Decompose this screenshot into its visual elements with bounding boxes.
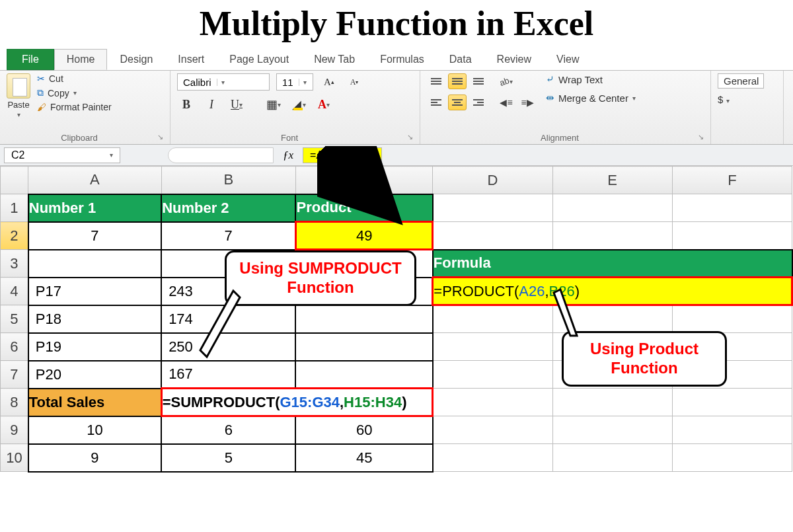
cell-c9[interactable]: 60 bbox=[295, 416, 432, 444]
row-header-8[interactable]: 8 bbox=[1, 389, 28, 416]
tab-data[interactable]: Data bbox=[437, 49, 484, 70]
row-header-10[interactable]: 10 bbox=[1, 444, 28, 472]
font-name-dropdown-icon[interactable]: ▾ bbox=[217, 79, 229, 86]
align-center-button[interactable] bbox=[448, 95, 467, 110]
col-header-e[interactable]: E bbox=[552, 167, 672, 194]
currency-button[interactable]: $ ▾ bbox=[718, 94, 730, 105]
cell-e2[interactable] bbox=[552, 222, 672, 250]
tab-file[interactable]: File bbox=[7, 49, 54, 70]
merge-center-button[interactable]: ⇹Merge & Center▾ bbox=[546, 92, 636, 104]
row-header-3[interactable]: 3 bbox=[1, 250, 28, 278]
cell-d8[interactable] bbox=[433, 389, 552, 416]
cell-d10[interactable] bbox=[433, 444, 552, 472]
col-header-f[interactable]: F bbox=[672, 167, 792, 194]
copy-button[interactable]: ⧉Copy▾ bbox=[37, 87, 112, 98]
underline-button[interactable]: U▾ bbox=[227, 96, 246, 113]
cell-a7[interactable]: P20 bbox=[28, 361, 161, 389]
cell-f8[interactable] bbox=[672, 389, 792, 416]
tab-formulas[interactable]: Formulas bbox=[367, 49, 437, 70]
tab-insert[interactable]: Insert bbox=[165, 49, 217, 70]
cell-d6[interactable] bbox=[433, 333, 552, 361]
row-header-1[interactable]: 1 bbox=[1, 194, 28, 222]
fill-color-button[interactable]: ◢▾ bbox=[289, 96, 308, 113]
tab-review[interactable]: Review bbox=[484, 49, 544, 70]
align-top-button[interactable] bbox=[427, 73, 445, 89]
cell-c10[interactable]: 45 bbox=[295, 444, 432, 472]
font-size-dropdown-icon[interactable]: ▾ bbox=[299, 79, 311, 86]
cell-a8[interactable]: Total Sales bbox=[28, 389, 161, 416]
row-header-9[interactable]: 9 bbox=[1, 416, 28, 444]
increase-indent-button[interactable]: ≡▶ bbox=[518, 95, 537, 110]
underline-dropdown-icon[interactable]: ▾ bbox=[239, 101, 243, 108]
cell-sumproduct-formula[interactable]: =SUMPRODUCT(G15:G34,H15:H34) bbox=[161, 389, 433, 416]
borders-button[interactable]: ▦▾ bbox=[264, 96, 283, 113]
font-size-combo[interactable]: 11▾ bbox=[276, 73, 313, 91]
cell-d2[interactable] bbox=[433, 222, 552, 250]
cell-e9[interactable] bbox=[552, 416, 672, 444]
cell-product-formula[interactable]: =PRODUCT(A26,B26) bbox=[433, 278, 792, 305]
merge-dropdown-icon[interactable]: ▾ bbox=[632, 95, 636, 102]
cell-c7[interactable] bbox=[295, 361, 432, 389]
decrease-indent-button[interactable]: ◀≡ bbox=[497, 95, 515, 110]
cell-a4[interactable]: P17 bbox=[28, 278, 161, 305]
cell-d9[interactable] bbox=[433, 416, 552, 444]
cell-b10[interactable]: 5 bbox=[161, 444, 295, 472]
orientation-button[interactable]: ab▾ bbox=[497, 73, 515, 89]
cell-d7[interactable] bbox=[433, 361, 552, 389]
align-middle-button[interactable] bbox=[448, 73, 467, 89]
name-box[interactable]: C2 ▾ bbox=[4, 147, 120, 163]
cell-e8[interactable] bbox=[552, 389, 672, 416]
paste-button[interactable]: Paste ▾ bbox=[7, 73, 30, 118]
cut-button[interactable]: ✂Cut bbox=[37, 73, 112, 84]
tab-new-tab[interactable]: New Tab bbox=[301, 49, 367, 70]
cell-a1[interactable]: Number 1 bbox=[28, 194, 161, 222]
cell-f2[interactable] bbox=[672, 222, 792, 250]
italic-button[interactable]: I bbox=[202, 96, 221, 113]
fx-icon[interactable]: ƒx bbox=[278, 149, 299, 162]
font-name-combo[interactable]: Calibri▾ bbox=[177, 73, 270, 91]
cell-c5[interactable] bbox=[295, 305, 432, 333]
format-painter-button[interactable]: 🖌Format Painter bbox=[37, 102, 112, 112]
align-left-button[interactable] bbox=[427, 95, 445, 110]
cell-f1[interactable] bbox=[672, 194, 792, 222]
cell-a9[interactable]: 10 bbox=[28, 416, 161, 444]
copy-dropdown-icon[interactable]: ▾ bbox=[73, 89, 77, 96]
align-bottom-button[interactable] bbox=[469, 73, 488, 89]
cell-b9[interactable]: 6 bbox=[161, 416, 295, 444]
cell-b1[interactable]: Number 2 bbox=[161, 194, 295, 222]
font-launcher-icon[interactable]: ↘ bbox=[407, 133, 413, 141]
col-header-d[interactable]: D bbox=[433, 167, 552, 194]
shrink-font-button[interactable]: A▾ bbox=[345, 73, 363, 91]
row-header-2[interactable]: 2 bbox=[1, 222, 28, 250]
paste-dropdown-icon[interactable]: ▾ bbox=[17, 111, 20, 118]
cell-c6[interactable] bbox=[295, 333, 432, 361]
cell-a6[interactable]: P19 bbox=[28, 333, 161, 361]
cell-d5[interactable] bbox=[433, 305, 552, 333]
cell-a3[interactable] bbox=[28, 250, 161, 278]
tab-page-layout[interactable]: Page Layout bbox=[217, 49, 301, 70]
cell-a5[interactable]: P18 bbox=[28, 305, 161, 333]
alignment-launcher-icon[interactable]: ↘ bbox=[698, 133, 704, 141]
cell-a10[interactable]: 9 bbox=[28, 444, 161, 472]
cell-e10[interactable] bbox=[552, 444, 672, 472]
cell-f5[interactable] bbox=[672, 305, 792, 333]
cell-e1[interactable] bbox=[552, 194, 672, 222]
row-header-6[interactable]: 6 bbox=[1, 333, 28, 361]
row-header-4[interactable]: 4 bbox=[1, 278, 28, 305]
wrap-text-button[interactable]: ⤶Wrap Text bbox=[546, 73, 636, 85]
font-color-button[interactable]: A▾ bbox=[315, 96, 333, 113]
cell-f10[interactable] bbox=[672, 444, 792, 472]
tab-view[interactable]: View bbox=[544, 49, 591, 70]
col-header-b[interactable]: B bbox=[161, 167, 295, 194]
name-box-dropdown-icon[interactable]: ▾ bbox=[110, 151, 113, 159]
row-header-5[interactable]: 5 bbox=[1, 305, 28, 333]
cell-a2[interactable]: 7 bbox=[28, 222, 161, 250]
cell-b7[interactable]: 167 bbox=[161, 361, 295, 389]
cell-d1[interactable] bbox=[433, 194, 552, 222]
tab-home[interactable]: Home bbox=[54, 49, 108, 70]
bold-button[interactable]: B bbox=[177, 96, 196, 113]
clipboard-launcher-icon[interactable]: ↘ bbox=[157, 133, 163, 141]
number-format-combo[interactable]: General bbox=[718, 73, 764, 89]
grow-font-button[interactable]: A▴ bbox=[320, 73, 338, 91]
row-header-7[interactable]: 7 bbox=[1, 361, 28, 389]
